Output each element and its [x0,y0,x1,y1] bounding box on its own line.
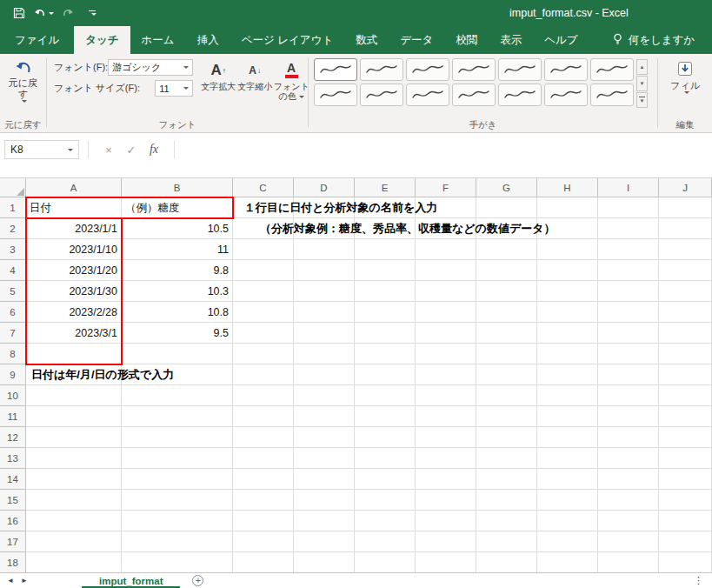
tab-bar-options-icon[interactable]: ⋮ [694,575,703,586]
cell-A5[interactable]: 2023/1/30 [26,281,122,302]
cell-J9[interactable] [659,364,712,385]
cell-E17[interactable] [355,531,416,552]
cell-F18[interactable] [416,552,476,573]
row-header-9[interactable]: 9 [0,364,26,385]
cell-G12[interactable] [476,427,537,448]
cell-B3[interactable]: 11 [122,239,233,260]
cell-J4[interactable] [659,260,712,281]
row-header-14[interactable]: 14 [0,469,26,490]
pen-style-swatch[interactable] [544,58,588,81]
cell-J7[interactable] [659,323,712,344]
row-header-2[interactable]: 2 [0,218,26,239]
cell-A2[interactable]: 2023/1/1 [26,218,122,239]
cell-I18[interactable] [598,552,659,573]
cell-I1[interactable] [598,197,659,218]
cell-E13[interactable] [355,448,416,469]
cell-F14[interactable] [416,469,476,490]
row-header-15[interactable]: 15 [0,490,26,511]
cell-A6[interactable]: 2023/2/28 [26,302,122,323]
cell-C17[interactable] [233,531,294,552]
cell-C11[interactable] [233,406,294,427]
cell-I15[interactable] [598,490,659,511]
ribbon-tab-ヘルプ[interactable]: ヘルプ [533,26,589,54]
cell-C13[interactable] [233,448,294,469]
cell-H18[interactable] [537,552,598,573]
cell-D9[interactable] [294,364,355,385]
cell-H17[interactable] [537,531,598,552]
col-header-C[interactable]: C [233,178,294,197]
ribbon-tab-ページ レイアウト[interactable]: ページ レイアウト [230,26,345,54]
cell-H6[interactable] [537,302,598,323]
cell-C8[interactable] [233,344,294,364]
cell-I14[interactable] [598,469,659,490]
cell-G3[interactable] [476,239,537,260]
row-header-6[interactable]: 6 [0,302,26,323]
cell-A3[interactable]: 2023/1/10 [26,239,122,260]
row-header-11[interactable]: 11 [0,406,26,427]
cell-B2[interactable]: 10.5 [122,218,233,239]
cell-I17[interactable] [598,531,659,552]
cell-B14[interactable] [122,469,233,490]
cell-G15[interactable] [476,490,537,511]
cell-B1[interactable]: （例）糖度 [122,197,233,218]
gallery-down-icon[interactable]: ▼ [636,76,648,91]
cell-E3[interactable] [355,239,416,260]
cell-C16[interactable] [233,511,294,531]
cell-G9[interactable] [476,364,537,385]
cell-E18[interactable] [355,552,416,573]
shrink-font-button[interactable]: A↓ 文字縮小 [236,59,273,91]
cell-D18[interactable] [294,552,355,573]
cell-E10[interactable] [355,385,416,406]
cell-J13[interactable] [659,448,712,469]
cell-F7[interactable] [416,323,476,344]
cell-I16[interactable] [598,511,659,531]
cell-I4[interactable] [598,260,659,281]
cell-F5[interactable] [416,281,476,302]
cell-J5[interactable] [659,281,712,302]
cell-D10[interactable] [294,385,355,406]
cell-B18[interactable] [122,552,233,573]
ribbon-tab-データ[interactable]: データ [389,26,444,54]
cell-D15[interactable] [294,490,355,511]
pen-style-swatch[interactable] [590,84,634,106]
cell-E7[interactable] [355,323,416,344]
formula-input[interactable] [183,140,712,159]
cell-H10[interactable] [537,385,598,406]
cell-H4[interactable] [537,260,598,281]
pen-style-swatch[interactable] [452,58,496,81]
pen-style-swatch[interactable] [360,84,403,106]
cell-C6[interactable] [233,302,294,323]
row-header-10[interactable]: 10 [0,385,26,406]
row-header-16[interactable]: 16 [0,511,26,531]
cell-J16[interactable] [659,511,712,531]
cell-C9[interactable] [233,364,294,385]
ribbon-tab-ホーム[interactable]: ホーム [130,26,186,54]
row-header-3[interactable]: 3 [0,239,26,260]
cell-J12[interactable] [659,427,712,448]
cell-A14[interactable] [26,469,122,490]
cell-E9[interactable] [355,364,416,385]
cell-J10[interactable] [659,385,712,406]
cell-I6[interactable] [598,302,659,323]
cell-J2[interactable] [659,218,712,239]
cell-F3[interactable] [416,239,476,260]
cell-G16[interactable] [476,511,537,531]
cell-D8[interactable] [294,344,355,364]
row-header-18[interactable]: 18 [0,552,26,573]
cell-C5[interactable] [233,281,294,302]
cell-D16[interactable] [294,511,355,531]
col-header-I[interactable]: I [598,178,659,197]
cell-F12[interactable] [416,427,476,448]
cell-J14[interactable] [659,469,712,490]
cell-C12[interactable] [233,427,294,448]
cell-B8[interactable] [122,344,233,364]
cell-G11[interactable] [476,406,537,427]
cell-J11[interactable] [659,406,712,427]
cell-E11[interactable] [355,406,416,427]
cell-A11[interactable] [26,406,122,427]
row-header-12[interactable]: 12 [0,427,26,448]
pen-style-swatch[interactable] [498,58,542,81]
pen-style-swatch[interactable] [406,84,449,106]
cell-H11[interactable] [537,406,598,427]
name-box-dropdown-icon[interactable] [68,149,73,151]
